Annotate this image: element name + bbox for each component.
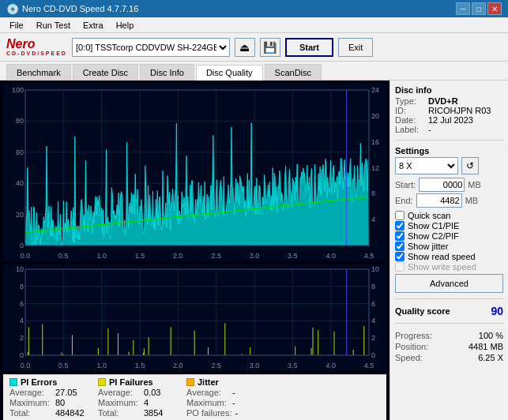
- jitter-max-label: Maximum:: [186, 398, 229, 407]
- minimize-button[interactable]: ─: [456, 2, 470, 15]
- pi-errors-group: PI Errors Average: 27.05 Maximum: 80 Tot…: [9, 377, 88, 418]
- disc-label-value: -: [428, 125, 431, 134]
- menu-file[interactable]: File: [3, 19, 30, 32]
- quality-section: Quality score 90: [395, 305, 503, 317]
- speed-label: Speed:: [395, 353, 423, 362]
- tab-disc-info[interactable]: Disc Info: [140, 64, 194, 80]
- pi-failures-total-val: 3854: [144, 408, 163, 418]
- exit-button[interactable]: Exit: [338, 38, 373, 57]
- close-button[interactable]: ✕: [487, 2, 502, 15]
- refresh-button[interactable]: ↺: [461, 157, 479, 174]
- quality-label: Quality score: [395, 306, 450, 316]
- pi-errors-avg-val: 27.05: [55, 388, 77, 397]
- tab-create-disc[interactable]: Create Disc: [73, 64, 138, 80]
- disc-type-value: DVD+R: [428, 96, 458, 106]
- charts-area: PI Errors Average: 27.05 Maximum: 80 Tot…: [0, 81, 389, 420]
- show-read-speed-label: Show read speed: [408, 252, 476, 261]
- disc-info-section: Disc info Type: DVD+R ID: RICOHJPN R03 D…: [395, 85, 503, 134]
- pi-failures-total-label: Total:: [98, 408, 141, 418]
- end-mb-label: End:: [395, 196, 413, 205]
- show-read-speed-checkbox[interactable]: [395, 252, 405, 261]
- speed-value: 6.25 X: [478, 353, 503, 362]
- tab-bar: Benchmark Create Disc Disc Info Disc Qua…: [0, 62, 508, 81]
- pi-failures-dot: [98, 378, 106, 386]
- drive-select[interactable]: [0:0] TSSTcorp CDDVDW SH-224GB SB00: [72, 38, 230, 57]
- pi-errors-avg-label: Average:: [9, 388, 52, 397]
- jitter-label: Jitter: [198, 377, 219, 387]
- bottom-chart: [3, 264, 386, 371]
- pi-errors-total-label: Total:: [9, 408, 52, 418]
- end-mb-input[interactable]: [416, 193, 462, 208]
- maximize-button[interactable]: □: [472, 2, 486, 15]
- divider-2: [395, 298, 503, 299]
- right-panel: Disc info Type: DVD+R ID: RICOHJPN R03 D…: [389, 81, 508, 420]
- jitter-group: Jitter Average: - Maximum: - PO failures…: [186, 377, 265, 418]
- pi-failures-avg-val: 0.03: [144, 388, 160, 397]
- nero-brand: Nero: [6, 38, 35, 51]
- title-bar-buttons: ─ □ ✕: [456, 2, 502, 15]
- jitter-avg-label: Average:: [186, 388, 229, 397]
- show-jitter-checkbox[interactable]: [395, 242, 405, 251]
- jitter-po-label: PO failures:: [186, 408, 231, 418]
- eject-button[interactable]: ⏏: [235, 38, 255, 57]
- show-c1pie-checkbox[interactable]: [395, 221, 405, 231]
- show-write-speed-label: Show write speed: [408, 262, 476, 272]
- jitter-po-val: -: [235, 408, 238, 418]
- nero-logo: Nero CD-DVD/SPEED: [6, 38, 67, 56]
- title-bar: 💿 Nero CD-DVD Speed 4.7.7.16 ─ □ ✕: [0, 0, 508, 17]
- quick-scan-checkbox[interactable]: [395, 211, 405, 220]
- pi-failures-max-val: 4: [144, 398, 149, 407]
- disc-id-label: ID:: [395, 106, 425, 115]
- tab-benchmark[interactable]: Benchmark: [6, 64, 71, 80]
- show-c1pie-label: Show C1/PIE: [408, 221, 459, 231]
- tab-disc-quality[interactable]: Disc Quality: [196, 65, 263, 81]
- menu-bar: File Run Test Extra Help: [0, 17, 508, 33]
- disc-date-label: Date:: [395, 115, 425, 125]
- menu-run-test[interactable]: Run Test: [30, 19, 77, 32]
- jitter-dot: [186, 378, 194, 386]
- jitter-max-val: -: [232, 398, 235, 407]
- app-icon: 💿: [6, 3, 19, 15]
- title-bar-left: 💿 Nero CD-DVD Speed 4.7.7.16: [6, 3, 138, 15]
- quick-scan-label: Quick scan: [408, 211, 450, 220]
- show-write-speed-checkbox: [395, 262, 405, 272]
- tab-scan-disc[interactable]: ScanDisc: [265, 64, 322, 80]
- progress-label: Progress:: [395, 331, 432, 340]
- start-mb-input[interactable]: [419, 178, 465, 192]
- app-title: Nero CD-DVD Speed 4.7.7.16: [22, 4, 138, 13]
- show-jitter-label: Show jitter: [408, 242, 448, 251]
- speed-select[interactable]: 8 X Max 4 X 12 X 16 X: [395, 157, 458, 174]
- start-unit: MB: [468, 180, 481, 189]
- pi-failures-group: PI Failures Average: 0.03 Maximum: 4 Tot…: [98, 377, 177, 418]
- start-mb-label: Start:: [395, 180, 416, 189]
- toolbar: Nero CD-DVD/SPEED [0:0] TSSTcorp CDDVDW …: [0, 33, 508, 62]
- disc-id-value: RICOHJPN R03: [428, 106, 491, 115]
- jitter-avg-val: -: [232, 388, 235, 397]
- advanced-button[interactable]: Advanced: [395, 274, 503, 293]
- settings-title: Settings: [395, 146, 503, 156]
- divider-3: [395, 323, 503, 324]
- disc-label-label: Label:: [395, 125, 425, 134]
- stats-bar: PI Errors Average: 27.05 Maximum: 80 Tot…: [3, 374, 386, 420]
- menu-help[interactable]: Help: [110, 19, 141, 32]
- nero-sub: CD-DVD/SPEED: [6, 51, 67, 56]
- progress-value: 100 %: [479, 331, 503, 340]
- show-c2pif-checkbox[interactable]: [395, 231, 405, 241]
- end-unit: MB: [465, 196, 479, 205]
- pi-errors-max-val: 80: [55, 398, 65, 407]
- disc-info-title: Disc info: [395, 85, 503, 95]
- pi-failures-label: PI Failures: [109, 377, 153, 387]
- pi-failures-max-label: Maximum:: [98, 398, 141, 407]
- menu-extra[interactable]: Extra: [77, 19, 110, 32]
- quality-value: 90: [491, 305, 503, 317]
- save-button[interactable]: 💾: [260, 38, 280, 57]
- disc-type-label: Type:: [395, 96, 425, 106]
- show-c2pif-label: Show C2/PIF: [408, 231, 459, 241]
- top-chart: [3, 84, 386, 261]
- pi-errors-max-label: Maximum:: [9, 398, 52, 407]
- main-content: PI Errors Average: 27.05 Maximum: 80 Tot…: [0, 81, 508, 420]
- position-label: Position:: [395, 342, 428, 351]
- pi-errors-dot: [9, 378, 17, 386]
- pi-errors-total-val: 484842: [55, 408, 85, 418]
- start-button[interactable]: Start: [285, 38, 333, 57]
